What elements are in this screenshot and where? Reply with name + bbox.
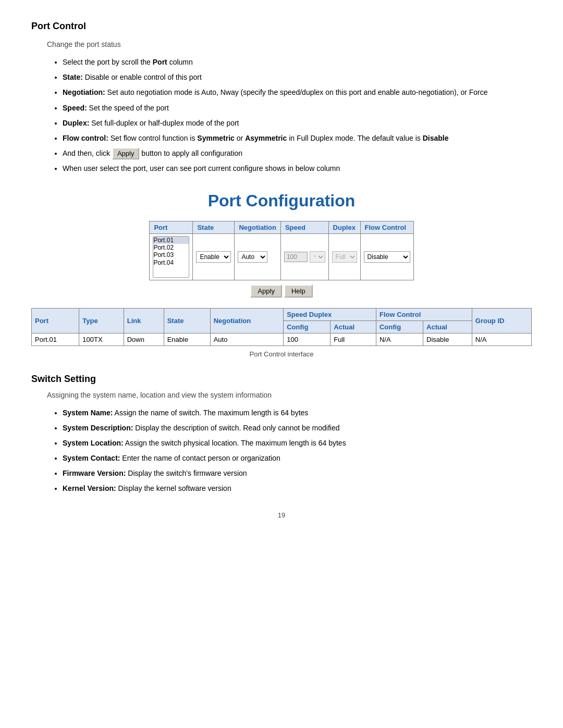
list-item: Select the port by scroll the Port colum…: [63, 56, 532, 69]
status-col-link: Link: [124, 308, 164, 333]
list-item: System Name: Assign the name of switch. …: [63, 406, 532, 419]
list-item: When user select the port, user can see …: [63, 162, 532, 175]
port-select[interactable]: Port.01 Port.02 Port.03 Port.04: [153, 236, 189, 278]
status-group-id: N/A: [472, 333, 531, 346]
col-state: State: [193, 221, 235, 233]
port-option: Port.02: [153, 244, 189, 251]
col-speed: Speed: [280, 221, 328, 233]
status-col-speed-config: Config: [284, 320, 331, 333]
status-col-type: Type: [79, 308, 124, 333]
list-item: System Contact: Enter the name of contac…: [63, 452, 532, 465]
list-item-apply: And then, click Apply button to apply al…: [63, 147, 532, 160]
help-button[interactable]: Help: [284, 285, 313, 298]
config-buttons-row: Apply Help: [250, 285, 312, 298]
switch-setting-list: System Name: Assign the name of switch. …: [63, 406, 532, 496]
state-cell: Enable Disable: [193, 233, 235, 280]
list-item: Negotiation: Set auto negotiation mode i…: [63, 86, 532, 99]
apply-button[interactable]: Apply: [250, 285, 282, 298]
status-negotiation: Auto: [210, 333, 284, 346]
duplex-cell: Full Half: [328, 233, 360, 280]
port-option: Port.03: [153, 251, 189, 258]
col-negotiation: Negotiation: [235, 221, 281, 233]
list-item: System Location: Assign the switch physi…: [63, 437, 532, 450]
speed-unit-select: ▼: [310, 251, 325, 263]
table-caption: Port Control interface: [31, 350, 532, 358]
port-config-wrapper: Port State Negotiation Speed Duplex Flow…: [31, 221, 532, 298]
status-col-flow-control: Flow Control: [376, 308, 472, 320]
status-table-row: Port.01 100TX Down Enable Auto 100 Full …: [32, 333, 532, 346]
page-number: 19: [31, 511, 532, 519]
status-col-speed-duplex: Speed Duplex: [284, 308, 376, 320]
status-col-flow-actual: Actual: [423, 320, 472, 333]
col-flow-control: Flow Control: [360, 221, 413, 233]
duplex-select: Full Half: [332, 251, 357, 263]
status-table: Port Type Link State Negotiation Speed D…: [31, 308, 532, 346]
status-table-wrapper: Port Type Link State Negotiation Speed D…: [31, 308, 532, 358]
status-col-group-id: Group ID: [472, 308, 531, 333]
port-config-table: Port State Negotiation Speed Duplex Flow…: [149, 221, 413, 280]
list-item: Duplex: Set full-duplex or half-duplex m…: [63, 117, 532, 130]
flow-control-cell: Disable Symmetric Asymmetric: [360, 233, 413, 280]
port-option: Port.04: [153, 259, 189, 266]
status-flow-actual: Disable: [423, 333, 472, 346]
switch-setting-title: Switch Setting: [31, 374, 532, 385]
switch-setting-subtitle: Assigning the system name, location and …: [47, 391, 532, 399]
status-col-flow-config: Config: [376, 320, 423, 333]
status-type: 100TX: [79, 333, 124, 346]
flow-control-select[interactable]: Disable Symmetric Asymmetric: [364, 251, 410, 263]
col-port: Port: [150, 221, 193, 233]
status-speed-config: 100: [284, 333, 331, 346]
negotiation-cell: Auto Nway Force: [235, 233, 281, 280]
status-flow-config: N/A: [376, 333, 423, 346]
speed-input: [284, 252, 308, 262]
col-duplex: Duplex: [328, 221, 360, 233]
apply-inline-button[interactable]: Apply: [112, 147, 140, 159]
status-col-speed-actual: Actual: [331, 320, 376, 333]
status-state: Enable: [164, 333, 210, 346]
status-col-state: State: [164, 308, 210, 333]
port-control-title: Port Control: [31, 21, 532, 32]
page-config-title: Port Configuration: [31, 191, 532, 211]
port-control-subtitle: Change the port status: [47, 40, 532, 48]
list-item: State: Disable or enable control of this…: [63, 71, 532, 84]
list-item: Kernel Version: Display the kernel softw…: [63, 482, 532, 495]
negotiation-select[interactable]: Auto Nway Force: [238, 251, 267, 263]
status-col-port: Port: [32, 308, 79, 333]
state-select[interactable]: Enable Disable: [196, 251, 231, 263]
status-col-negotiation: Negotiation: [210, 308, 284, 333]
table-row: Port.01 Port.02 Port.03 Port.04 Enable D…: [150, 233, 413, 280]
speed-cell: ▼: [280, 233, 328, 280]
status-speed-actual: Full: [331, 333, 376, 346]
status-port: Port.01: [32, 333, 79, 346]
port-option: Port.01: [153, 237, 189, 244]
list-item-flow-control: Flow control: Set flow control function …: [63, 132, 532, 145]
port-listbox-cell: Port.01 Port.02 Port.03 Port.04: [150, 233, 193, 280]
status-link: Down: [124, 333, 164, 346]
port-control-list: Select the port by scroll the Port colum…: [63, 56, 532, 176]
list-item: Speed: Set the speed of the port: [63, 102, 532, 115]
list-item: System Description: Display the descript…: [63, 422, 532, 435]
list-item: Firmware Version: Display the switch's f…: [63, 467, 532, 480]
